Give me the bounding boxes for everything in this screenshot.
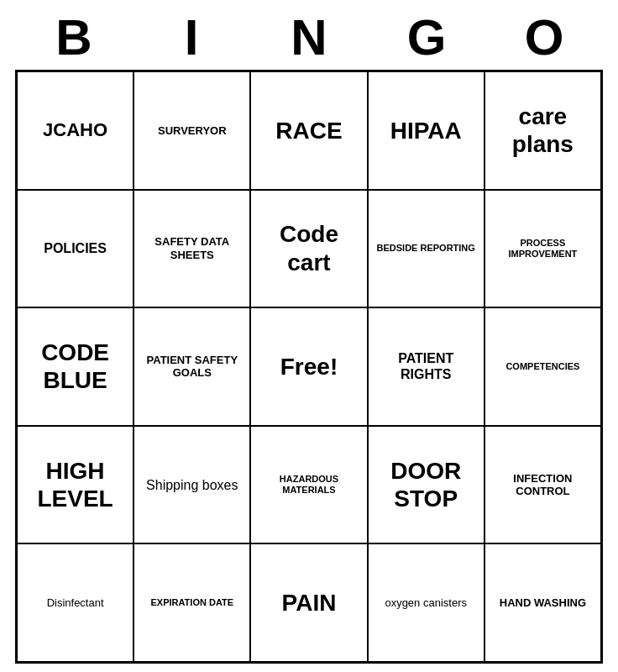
cell-text-16: Shipping boxes	[146, 477, 238, 493]
cell-text-13: PATIENT RIGHTS	[374, 350, 479, 382]
bingo-cell-19[interactable]: INFECTION CONTROL	[484, 426, 601, 544]
cell-text-9: PROCESS IMPROVEMENT	[490, 238, 595, 260]
cell-text-19: INFECTION CONTROL	[490, 472, 595, 498]
cell-text-3: HIPAA	[390, 117, 462, 145]
cell-text-15: HIGH LEVEL	[23, 457, 128, 513]
bingo-cell-24[interactable]: HAND WASHING	[484, 543, 601, 662]
cell-text-12: Free!	[280, 353, 338, 381]
bingo-cell-5[interactable]: POLICIES	[17, 190, 134, 308]
bingo-cell-22[interactable]: PAIN	[250, 543, 367, 662]
bingo-cell-10[interactable]: CODE BLUE	[17, 307, 134, 426]
cell-text-8: BEDSIDE REPORTING	[377, 243, 475, 254]
cell-text-0: JCAHO	[43, 119, 107, 141]
bingo-cell-13[interactable]: PATIENT RIGHTS	[368, 307, 484, 426]
bingo-cell-9[interactable]: PROCESS IMPROVEMENT	[484, 190, 601, 308]
cell-text-6: SAFETY DATA SHEETS	[139, 235, 244, 261]
cell-text-4: care plans	[490, 102, 595, 159]
header-b: B	[19, 8, 128, 66]
bingo-cell-16[interactable]: Shipping boxes	[134, 426, 250, 544]
bingo-cell-4[interactable]: care plans	[484, 71, 601, 190]
cell-text-22: PAIN	[282, 589, 337, 617]
cell-text-20: Disinfectant	[47, 596, 104, 610]
cell-text-5: POLICIES	[44, 240, 107, 256]
bingo-cell-18[interactable]: DOOR STOP	[368, 426, 484, 544]
bingo-cell-23[interactable]: oxygen canisters	[368, 543, 484, 662]
cell-text-24: HAND WASHING	[500, 596, 586, 610]
cell-text-1: SURVERYOR	[158, 124, 227, 138]
bingo-cell-6[interactable]: SAFETY DATA SHEETS	[134, 190, 250, 308]
cell-text-18: DOOR STOP	[374, 457, 479, 513]
bingo-grid: JCAHOSURVERYORRACEHIPAAcare plansPOLICIE…	[15, 70, 603, 664]
cell-text-17: HAZARDOUS MATERIALS	[256, 474, 361, 496]
bingo-cell-7[interactable]: Code cart	[250, 190, 367, 308]
cell-text-21: EXPIRATION DATE	[150, 597, 233, 608]
header-n: N	[254, 8, 364, 66]
bingo-cell-17[interactable]: HAZARDOUS MATERIALS	[250, 426, 367, 544]
bingo-cell-2[interactable]: RACE	[250, 71, 367, 190]
bingo-cell-11[interactable]: PATIENT SAFETY GOALS	[134, 307, 250, 426]
cell-text-14: COMPETENCIES	[505, 361, 579, 372]
cell-text-10: CODE BLUE	[23, 339, 128, 395]
header-i: I	[137, 8, 246, 66]
bingo-header: B I N G O	[15, 8, 603, 66]
header-g: G	[372, 8, 481, 66]
header-o: O	[490, 8, 599, 66]
cell-text-23: oxygen canisters	[385, 596, 467, 610]
cell-text-11: PATIENT SAFETY GOALS	[139, 354, 244, 380]
cell-text-2: RACE	[275, 117, 342, 145]
bingo-cell-0[interactable]: JCAHO	[17, 71, 134, 190]
bingo-cell-12[interactable]: Free!	[250, 307, 367, 426]
bingo-cell-8[interactable]: BEDSIDE REPORTING	[368, 190, 484, 308]
cell-text-7: Code cart	[256, 220, 361, 276]
bingo-cell-21[interactable]: EXPIRATION DATE	[134, 543, 250, 662]
bingo-cell-1[interactable]: SURVERYOR	[134, 71, 250, 190]
bingo-cell-14[interactable]: COMPETENCIES	[484, 307, 601, 426]
bingo-cell-20[interactable]: Disinfectant	[17, 543, 134, 662]
bingo-cell-15[interactable]: HIGH LEVEL	[17, 426, 134, 544]
bingo-cell-3[interactable]: HIPAA	[368, 71, 484, 190]
